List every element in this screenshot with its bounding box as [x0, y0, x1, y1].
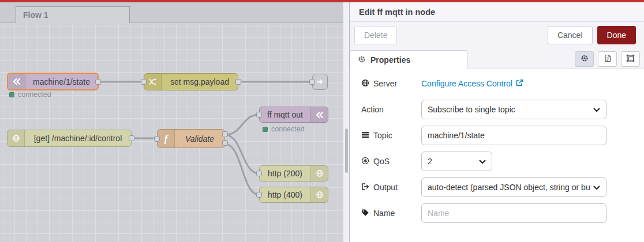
output-port[interactable] [95, 79, 101, 85]
scrollbar-thumb[interactable] [345, 128, 348, 173]
flow-tab-label: Flow 1 [23, 10, 48, 20]
properties-button[interactable] [575, 51, 594, 67]
node-http-in[interactable]: [get] /machine/:id/control [7, 130, 132, 147]
status-mqtt-in: connected [9, 90, 51, 99]
chevron-down-icon [479, 157, 486, 166]
topic-input[interactable] [421, 126, 606, 145]
globe-icon [8, 130, 25, 146]
chevron-down-icon [593, 105, 600, 114]
globe-icon [310, 166, 328, 181]
workspace-tabbar: Flow 1 [0, 2, 343, 23]
tab-properties[interactable]: Properties [350, 50, 467, 69]
status-mqtt-out: connected [263, 125, 305, 133]
output-row: Output auto-detect (parsed JSON object, … [361, 177, 632, 197]
properties-tab-label: Properties [370, 55, 410, 65]
header-accent-bar [0, 0, 644, 2]
qos-row: QoS 2 [361, 152, 632, 171]
tray-tab-actions [575, 51, 640, 67]
input-port[interactable] [256, 192, 262, 198]
node-http-response-200[interactable]: http (200) [259, 165, 328, 181]
node-label: [get] /machine/:id/control [25, 130, 131, 146]
output-port-2[interactable] [222, 140, 228, 146]
external-link-icon [515, 79, 523, 89]
name-row: Name [361, 203, 632, 223]
qos-select[interactable]: 2 [421, 152, 492, 171]
tray-toolbar: Delete Cancel Done [350, 22, 644, 48]
gear-icon [358, 55, 366, 65]
server-row: Server Configure Access Control [361, 74, 632, 93]
delete-button[interactable]: Delete [354, 26, 397, 44]
done-button[interactable]: Done [597, 26, 636, 44]
status-dot [9, 92, 14, 97]
input-port[interactable] [141, 79, 147, 85]
chevron-down-icon [593, 183, 600, 192]
output-label: Output [361, 183, 421, 192]
node-mqtt-out[interactable]: ff mqtt out [259, 107, 328, 123]
configure-access-control-link[interactable]: Configure Access Control [421, 79, 523, 89]
action-row: Action Subscribe to single topic [361, 100, 632, 119]
mqtt-icon [8, 74, 25, 89]
name-label: Name [361, 209, 421, 218]
node-http-response-400[interactable]: http (400) [259, 187, 328, 203]
tag-icon [361, 209, 369, 218]
status-text: connected [18, 90, 51, 99]
appearance-button[interactable] [621, 51, 640, 67]
selection-frame-icon [626, 54, 635, 65]
description-button[interactable] [598, 51, 617, 67]
action-select[interactable]: Subscribe to single topic [421, 100, 606, 119]
server-label: Server [361, 79, 421, 89]
output-port-1[interactable] [222, 131, 228, 137]
node-label: set msg.payload [162, 74, 238, 90]
input-port[interactable] [309, 79, 315, 85]
input-port[interactable] [256, 171, 262, 176]
function-icon: f [158, 130, 175, 148]
node-link-out[interactable] [312, 74, 328, 90]
status-dot [263, 127, 268, 132]
shuffle-icon [144, 74, 162, 90]
output-select[interactable]: auto-detect (parsed JSON object, string … [421, 177, 606, 197]
globe-icon [310, 187, 328, 202]
node-label: ff mqtt out [260, 107, 310, 122]
action-label: Action [361, 105, 421, 114]
node-change[interactable]: set msg.payload [144, 73, 238, 90]
status-text: connected [271, 125, 305, 133]
topic-row: Topic [361, 126, 632, 145]
output-port[interactable] [235, 79, 241, 85]
tab-flow1[interactable]: Flow 1 [16, 6, 130, 23]
output-port[interactable] [129, 135, 134, 141]
input-port[interactable] [256, 112, 262, 118]
mqtt-icon [310, 107, 328, 122]
topic-label: Topic [361, 131, 421, 141]
node-red-editor: Flow 1 m [0, 0, 644, 242]
globe-icon [361, 79, 369, 89]
tasks-icon [361, 131, 369, 141]
flow-canvas: Flow 1 m [0, 2, 350, 242]
node-label: Validate [175, 130, 224, 148]
node-function[interactable]: f Validate [157, 129, 225, 148]
gear-icon [581, 54, 589, 65]
sign-out-icon [361, 183, 369, 192]
node-mqtt-in[interactable]: machine/1/state [7, 73, 99, 90]
properties-form: Server Configure Access Control Action [350, 69, 644, 228]
workspace-grid[interactable]: machine/1/state connected set msg.payl [0, 23, 343, 242]
document-icon [604, 54, 612, 65]
node-label: http (400) [260, 187, 310, 202]
tray-tabbar: Properties [350, 48, 644, 69]
qos-label: QoS [361, 157, 421, 167]
node-label: http (200) [260, 166, 310, 181]
wire[interactable] [225, 115, 259, 135]
node-label: machine/1/state [25, 74, 98, 89]
tray-title: Edit ff mqtt in node [350, 2, 644, 22]
input-port[interactable] [154, 136, 160, 142]
circled-asterisk-icon [361, 157, 369, 167]
edit-tray: Edit ff mqtt in node Delete Cancel Done … [349, 2, 644, 242]
wire[interactable] [225, 144, 259, 195]
name-input[interactable] [421, 203, 606, 223]
cancel-button[interactable]: Cancel [548, 26, 593, 44]
